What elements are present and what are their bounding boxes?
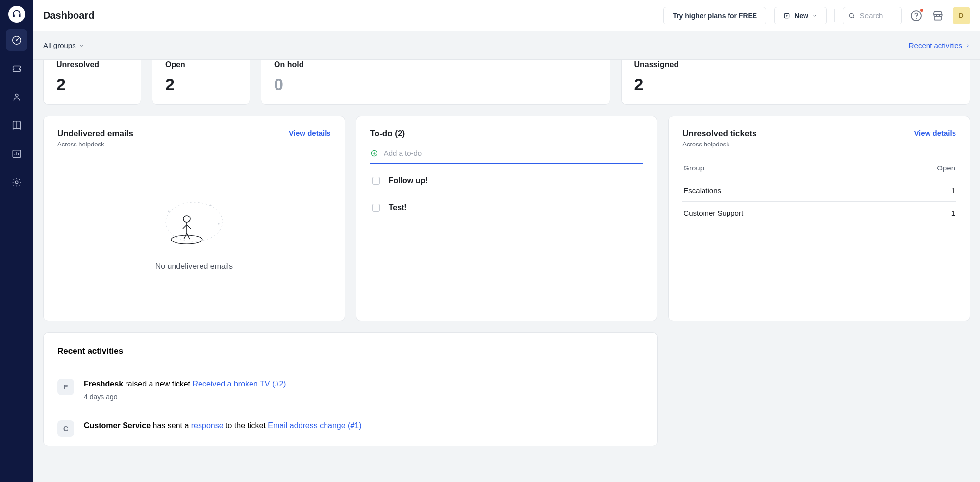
view-details-link[interactable]: View details xyxy=(289,129,331,137)
panels-row: Undelivered emails Across helpdesk View … xyxy=(43,116,970,321)
cell-open: 1 xyxy=(951,186,955,194)
gear-icon xyxy=(11,177,22,188)
panel-subtitle: Across helpdesk xyxy=(682,141,756,148)
book-icon xyxy=(11,120,22,131)
chevron-down-icon xyxy=(812,13,817,18)
panel-title: Recent activities xyxy=(57,346,644,356)
activity-body: Customer Service has sent a response to … xyxy=(84,420,362,437)
chevron-right-icon xyxy=(965,43,970,48)
svg-point-15 xyxy=(210,204,211,206)
stat-card-unresolved[interactable]: Unresolved 2 xyxy=(43,60,141,105)
marketplace-icon xyxy=(931,9,944,22)
cell-group: Customer Support xyxy=(683,209,743,217)
panel-undelivered-emails: Undelivered emails Across helpdesk View … xyxy=(43,116,345,321)
svg-point-11 xyxy=(171,235,202,244)
ticket-icon xyxy=(11,63,22,74)
panel-title: To-do (2) xyxy=(370,129,644,139)
empty-state-text: No undelivered emails xyxy=(155,262,233,271)
panel-head: Undelivered emails Across helpdesk View … xyxy=(57,129,331,148)
topbar: Dashboard Try higher plans for FREE New … xyxy=(33,0,980,31)
group-filter[interactable]: All groups xyxy=(43,41,85,49)
profile-avatar[interactable]: D xyxy=(953,7,970,24)
table-row[interactable]: Escalations 1 xyxy=(682,179,956,202)
stat-card-unassigned[interactable]: Unassigned 2 xyxy=(621,60,971,105)
activity-verb: has sent a xyxy=(151,421,191,430)
panel-unresolved-tickets: Unresolved tickets Across helpdesk View … xyxy=(668,116,970,321)
dashboard-content[interactable]: Unresolved 2 Open 2 On hold 0 Unassigned… xyxy=(33,60,980,482)
chevron-down-icon xyxy=(79,43,85,48)
table-row[interactable]: Customer Support 1 xyxy=(682,202,956,224)
actor-badge: C xyxy=(57,420,74,437)
todo-text: Test! xyxy=(389,203,407,212)
search-icon xyxy=(848,11,855,20)
activity-actor: Freshdesk xyxy=(84,380,123,388)
svg-point-13 xyxy=(168,210,169,212)
stat-value: 0 xyxy=(274,76,597,93)
svg-rect-0 xyxy=(13,14,15,17)
stats-row: Unresolved 2 Open 2 On hold 0 Unassigned… xyxy=(43,60,970,105)
stat-label: Open xyxy=(165,60,237,69)
svg-point-6 xyxy=(15,181,18,184)
panel-recent-activities: Recent activities F Freshdesk raised a n… xyxy=(43,332,658,446)
nav-analytics[interactable] xyxy=(6,143,27,165)
svg-point-16 xyxy=(183,216,190,222)
stat-label: On hold xyxy=(274,60,597,69)
nav-admin[interactable] xyxy=(6,171,27,193)
stat-label: Unassigned xyxy=(634,60,957,69)
app-logo[interactable] xyxy=(8,6,25,23)
todo-checkbox[interactable] xyxy=(372,177,380,185)
svg-rect-1 xyxy=(19,14,20,17)
todo-checkbox[interactable] xyxy=(372,204,380,212)
activity-link[interactable]: Email address change (#1) xyxy=(268,421,361,430)
todo-input-row[interactable] xyxy=(370,146,644,164)
headset-icon xyxy=(12,9,22,19)
try-plans-button[interactable]: Try higher plans for FREE xyxy=(663,7,766,24)
activity-row: C Customer Service has sent a response t… xyxy=(57,411,644,446)
notification-dot xyxy=(919,8,924,13)
marketplace-button[interactable] xyxy=(931,9,945,23)
stat-card-open[interactable]: Open 2 xyxy=(152,60,250,105)
panel-title: Unresolved tickets xyxy=(682,129,756,139)
nav-solutions[interactable] xyxy=(6,115,27,136)
activity-link[interactable]: Received a broken TV (#2) xyxy=(192,380,286,388)
view-details-link[interactable]: View details xyxy=(914,129,956,137)
stat-value: 2 xyxy=(165,76,237,93)
todo-text: Follow up! xyxy=(389,176,428,185)
col-open: Open xyxy=(937,164,955,172)
empty-state-illo xyxy=(160,194,228,248)
panel-head: Unresolved tickets Across helpdesk View … xyxy=(682,129,956,148)
actor-initial: F xyxy=(64,383,68,391)
svg-point-8 xyxy=(849,13,853,17)
bar-chart-icon xyxy=(11,148,22,159)
person-icon xyxy=(11,92,22,102)
stat-value: 2 xyxy=(56,76,128,93)
new-label: New xyxy=(794,12,808,20)
plus-circle-icon xyxy=(370,149,378,157)
main-column: Dashboard Try higher plans for FREE New … xyxy=(33,0,980,482)
panel-subtitle: Across helpdesk xyxy=(57,141,133,148)
nav-contacts[interactable] xyxy=(6,86,27,108)
group-filter-label: All groups xyxy=(43,41,76,49)
activity-mid-link[interactable]: response xyxy=(191,421,224,430)
help-button[interactable] xyxy=(909,9,923,23)
svg-point-3 xyxy=(16,40,18,41)
activity-time: 4 days ago xyxy=(84,392,286,402)
nav-tickets[interactable] xyxy=(6,58,27,79)
todo-input[interactable] xyxy=(383,148,644,158)
stat-label: Unresolved xyxy=(56,60,128,69)
topbar-divider xyxy=(834,9,835,22)
empty-state: No undelivered emails xyxy=(57,157,331,308)
search-wrap[interactable] xyxy=(843,7,902,24)
search-input[interactable] xyxy=(859,11,896,20)
gauge-icon xyxy=(11,35,22,46)
stat-card-on-hold[interactable]: On hold 0 xyxy=(261,60,610,105)
new-button[interactable]: New xyxy=(774,7,827,24)
recent-activities-link[interactable]: Recent activities xyxy=(909,41,970,49)
nav-dashboard[interactable] xyxy=(6,29,27,51)
plus-square-icon xyxy=(783,12,790,19)
svg-point-10 xyxy=(916,18,917,19)
svg-point-14 xyxy=(218,223,219,224)
panel-todo: To-do (2) Follow up! Test! xyxy=(356,116,658,321)
activity-verb: to the ticket xyxy=(224,421,268,430)
sidebar-rail xyxy=(0,0,33,482)
